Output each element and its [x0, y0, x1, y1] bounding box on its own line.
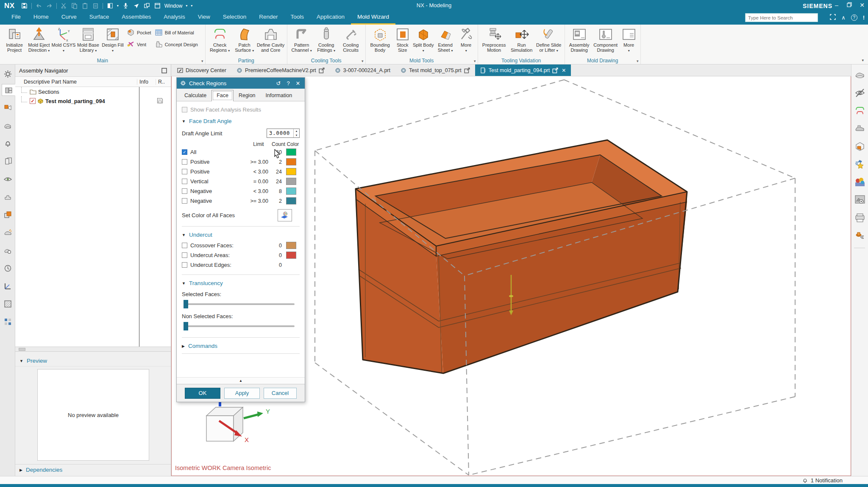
fullscreen-icon[interactable] [830, 14, 836, 21]
run-simulation-button[interactable]: Run Simulation [508, 26, 535, 53]
part-inspect-icon[interactable] [2, 244, 14, 256]
slider-handle[interactable] [184, 322, 188, 330]
command-search[interactable] [745, 13, 818, 22]
color-swatch[interactable] [286, 158, 296, 165]
positive-ge-checkbox[interactable] [182, 159, 187, 165]
extend-sheet-button[interactable]: Extend Sheet ▾ [434, 26, 457, 53]
design-fill-button[interactable]: Design Fill ▾ [100, 26, 125, 53]
negative-lt-checkbox[interactable] [182, 188, 187, 194]
fda-row-positive-lt[interactable]: Positive < 3.00 24 [182, 167, 300, 176]
face-draft-angle-header[interactable]: ▼ Face Draft Angle [182, 118, 300, 124]
color-swatch[interactable] [286, 242, 296, 249]
cut-icon[interactable] [60, 2, 67, 9]
window-menu-dropdown-icon[interactable]: ▾ [186, 4, 187, 8]
color-swatch[interactable] [286, 168, 296, 175]
check-regions-button[interactable]: Check Regions ▾ [208, 26, 232, 53]
dialog-close-icon[interactable]: ✕ [295, 80, 301, 87]
cavity-block-icon[interactable] [854, 123, 865, 134]
process-grid-icon[interactable] [2, 316, 14, 327]
tooling-wrench-icon[interactable] [854, 230, 865, 241]
undercut-header[interactable]: ▼ Undercut [182, 232, 300, 238]
bounding-body-button[interactable]: Bounding Body [368, 26, 392, 53]
all-checkbox[interactable]: ✓ [182, 149, 187, 155]
vent-button[interactable]: Vent [127, 40, 151, 48]
restore-button[interactable] [846, 2, 853, 8]
menu-file[interactable]: File [5, 11, 27, 25]
tab-3-007-000224[interactable]: 3-007-000224_A.prt [330, 64, 395, 76]
fda-row-positive-ge[interactable]: Positive >= 3.00 2 [182, 157, 300, 167]
vertical-checkbox[interactable] [182, 179, 187, 184]
alerts-icon[interactable]: ! [863, 14, 865, 21]
settings-gear-icon[interactable] [2, 68, 14, 80]
dialog-titlebar[interactable]: Check Regions ↺ ? ✕ [177, 78, 305, 89]
translucency-header[interactable]: ▼ Translucency [182, 280, 300, 286]
mold-tools-more-button[interactable]: More▾ [457, 26, 476, 53]
constraint-navigator-icon[interactable] [2, 102, 14, 114]
tab-test-mold-top[interactable]: Test mold_top_075.prt [395, 64, 475, 76]
graphics-viewport[interactable]: Y X Isometric WORK Camera Isometric Chec… [171, 76, 851, 476]
menu-mold-wizard[interactable]: Mold Wizard [351, 11, 395, 25]
color-swatch[interactable] [286, 148, 296, 156]
negative-ge-checkbox[interactable] [182, 198, 187, 204]
apply-button[interactable]: Apply [224, 388, 260, 399]
notification-area[interactable]: 1 Notification [802, 477, 843, 484]
tree-row-part[interactable]: ✓ Test mold_parting_094 [15, 96, 171, 106]
copy-icon[interactable] [71, 2, 78, 9]
ribbon-options-icon[interactable]: ▾ [862, 58, 864, 62]
menu-view[interactable]: View [192, 11, 217, 25]
undercut-edges-checkbox[interactable] [182, 262, 187, 268]
tab-close-icon[interactable]: ✕ [562, 67, 566, 73]
tab-face[interactable]: Face [211, 90, 234, 101]
undercut-edges-row[interactable]: Undercut Edges: 0 [182, 260, 300, 270]
navigator-tree[interactable]: Sections ✓ Test mold_parting_094 [15, 87, 171, 347]
crossover-faces-row[interactable]: Crossover Faces: 0 [182, 241, 300, 250]
group-dialog-launcher-icon[interactable]: ▾ [474, 59, 476, 63]
view-window-dropdown-icon[interactable]: ▾ [117, 4, 119, 8]
dialog-help-icon[interactable]: ? [285, 80, 292, 87]
define-cavity-core-button[interactable]: Define Cavity and Core [257, 26, 285, 53]
non-selected-faces-slider[interactable] [184, 322, 298, 330]
image-settings-icon[interactable] [854, 194, 865, 205]
menu-curve[interactable]: Curve [55, 11, 83, 25]
preview-section-header[interactable]: ▼ Preview [15, 355, 171, 367]
undercut-areas-checkbox[interactable] [182, 252, 187, 258]
column-descriptive-part-name[interactable]: Descriptive Part Name [15, 79, 137, 85]
redo-icon[interactable] [46, 2, 53, 9]
menu-home[interactable]: Home [27, 11, 55, 25]
define-slide-lifter-button[interactable]: Define Slide or Lifter ▾ [535, 26, 562, 53]
cooling-fittings-button[interactable]: Cooling Fittings ▾ [314, 26, 339, 53]
undo-icon[interactable] [35, 2, 42, 9]
tree-row-sections[interactable]: Sections [15, 87, 171, 96]
mold-part-navigator-icon[interactable] [2, 120, 14, 132]
patch-surface-button[interactable]: Patch Surface ▾ [232, 26, 257, 53]
positive-lt-checkbox[interactable] [182, 169, 187, 174]
notifications-bell-icon[interactable] [2, 137, 14, 149]
window-frame-icon[interactable] [154, 2, 161, 9]
component-drawing-button[interactable]: Component Drawing [592, 26, 620, 53]
menu-assemblies[interactable]: Assemblies [115, 11, 157, 25]
tab-premiere-coffee-machine[interactable]: PremiereCoffeeMachineV2.prt [231, 64, 330, 76]
clipboard-icon[interactable] [92, 2, 99, 9]
history-clock-icon[interactable] [2, 262, 14, 274]
assembly-drawing-button[interactable]: Assembly Drawing [567, 26, 592, 53]
stock-cube-icon[interactable] [854, 141, 865, 152]
reuse-library-icon[interactable] [2, 155, 14, 167]
slider-track[interactable] [184, 303, 295, 305]
column-r[interactable]: R.. [156, 79, 171, 85]
dialog-collapse-strip[interactable]: ▲ [177, 377, 305, 384]
cooling-circuits-button[interactable]: Cooling Circuits [339, 26, 363, 53]
color-swatch[interactable] [286, 188, 296, 195]
quick-edit-star-icon[interactable] [854, 159, 865, 170]
menu-application[interactable]: Application [310, 11, 351, 25]
dialog-reset-icon[interactable]: ↺ [275, 80, 282, 87]
fda-row-negative-lt[interactable]: Negative < 3.00 8 [182, 186, 300, 196]
color-swatch[interactable] [286, 252, 296, 259]
menu-selection[interactable]: Selection [217, 11, 253, 25]
show-facet-checkbox[interactable] [182, 107, 187, 112]
check-regions-curves-icon[interactable] [854, 105, 865, 116]
window-menu[interactable]: Window [164, 3, 183, 9]
mold-base-tool-icon[interactable] [2, 227, 14, 238]
mold-base-library-button[interactable]: Mold Base Library ▾ [76, 26, 100, 53]
group-dialog-launcher-icon[interactable]: ▾ [637, 59, 639, 63]
visualization-eye-icon[interactable] [2, 173, 14, 185]
